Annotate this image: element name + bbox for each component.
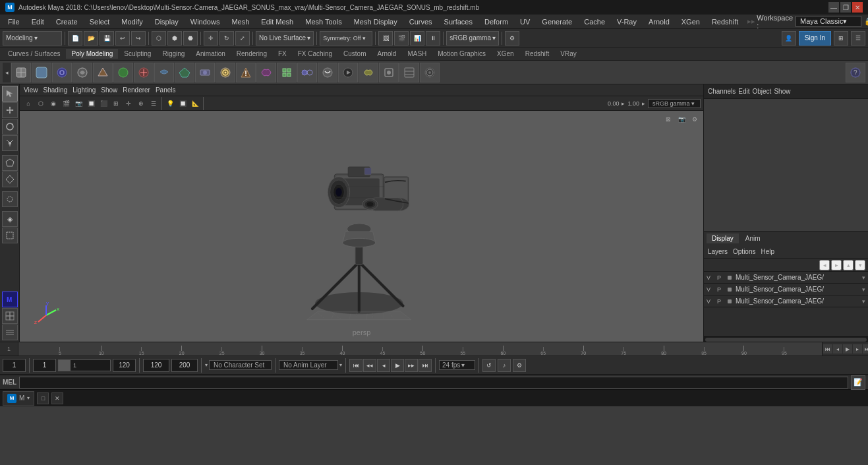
menu-create[interactable]: Create xyxy=(51,16,83,27)
object-tab[interactable]: Object xyxy=(753,88,772,95)
shelf-icon-3[interactable] xyxy=(52,63,72,82)
shelf-tab-xgen[interactable]: XGen xyxy=(492,49,519,59)
layer-down[interactable]: ▾ xyxy=(855,260,865,270)
polygon-btn[interactable] xyxy=(2,155,18,171)
vp-shadow[interactable]: 🔲 xyxy=(177,98,188,109)
srgb-dropdown[interactable]: sRGB gamma ▾ xyxy=(446,31,499,46)
layer-p-1[interactable]: P xyxy=(717,274,725,281)
renderer-menu[interactable]: Renderer xyxy=(123,86,150,94)
loop-btn[interactable]: ↺ xyxy=(482,359,496,372)
range-start-input[interactable] xyxy=(143,359,169,372)
taskbar-maya-app[interactable]: M M ▾ xyxy=(3,391,34,406)
diamond-btn[interactable] xyxy=(2,171,18,187)
menu-modify[interactable]: Modify xyxy=(116,16,148,27)
taskbar-minimize[interactable]: □ xyxy=(37,392,49,404)
vp-xform[interactable]: ⊕ xyxy=(135,98,147,109)
save-button[interactable]: 💾 xyxy=(100,31,114,46)
lasso-btn[interactable] xyxy=(2,191,18,207)
viewport-corner-buttons[interactable]: ⊠ 📷 ⚙ xyxy=(662,113,701,125)
viewport-options[interactable]: ⚙ xyxy=(689,113,701,125)
shelf-icon-10[interactable] xyxy=(195,63,215,82)
play-back-btn[interactable]: ◂ xyxy=(377,359,390,372)
grid-view-btn[interactable]: ⊞ xyxy=(834,31,848,46)
shelf-tab-fx[interactable]: FX xyxy=(273,49,292,59)
shelf-tab-fx-caching[interactable]: FX Caching xyxy=(293,49,337,59)
settings-btn[interactable]: ⚙ xyxy=(505,31,519,46)
anim-tab[interactable]: Anim xyxy=(740,233,766,243)
move-tool[interactable]: ✛ xyxy=(204,31,218,46)
shelf-tab-arnold[interactable]: Arnold xyxy=(372,49,401,59)
audio-btn[interactable]: ♪ xyxy=(498,359,511,372)
layer-row-3[interactable]: V P Multi_Sensor_Camera_JAEG/ ▾ xyxy=(704,295,868,307)
shelf-icon-1[interactable] xyxy=(11,63,31,82)
layer-back[interactable]: ◂ xyxy=(819,260,830,270)
layer-row-1[interactable]: V P Multi_Sensor_Camera_JAEG/ ▾ xyxy=(704,272,868,284)
play-fwd-btn[interactable]: ▶ xyxy=(391,359,404,372)
no-anim-layer[interactable]: No Anim Layer xyxy=(279,360,338,370)
menu-arnold[interactable]: Arnold xyxy=(643,16,675,27)
frame-start-input[interactable] xyxy=(33,359,56,372)
taskbar-close[interactable]: ✕ xyxy=(51,392,63,404)
timeline[interactable]: 1 5 10 15 20 25 30 35 40 45 50 55 60 65 … xyxy=(0,342,868,356)
menu-generate[interactable]: Generate xyxy=(536,16,577,27)
settings-pb-btn[interactable]: ⚙ xyxy=(513,359,526,372)
user-btn[interactable]: 👤 xyxy=(782,31,796,46)
vp-wireframe[interactable]: ⬡ xyxy=(35,98,47,109)
pause-btn[interactable]: ⏸ xyxy=(426,31,440,46)
goto-start-btn[interactable]: ⏮ xyxy=(349,359,362,372)
pb-next[interactable]: ▸ xyxy=(853,344,862,354)
view-menu[interactable]: View xyxy=(24,86,38,94)
menu-select[interactable]: Select xyxy=(84,16,115,27)
shelf-icon-2[interactable] xyxy=(32,63,51,82)
layer-v-2[interactable]: V xyxy=(707,286,714,293)
no-character-set[interactable]: No Character Set xyxy=(209,360,272,370)
step-back-btn[interactable]: ◂◂ xyxy=(363,359,376,372)
lasso-tool[interactable]: ⬢ xyxy=(167,31,182,46)
layer-row-2[interactable]: V P Multi_Sensor_Camera_JAEG/ ▾ xyxy=(704,284,868,295)
pb-prev[interactable]: ◂ xyxy=(833,344,842,354)
viewport-maximize[interactable]: ⊠ xyxy=(662,113,674,125)
goto-end-btn[interactable]: ⏭ xyxy=(419,359,432,372)
no-anim-dropdown[interactable]: No Anim Layer ▾ xyxy=(279,360,342,370)
vp-cam4[interactable]: ⬛ xyxy=(98,98,109,109)
fps-dropdown[interactable]: 24 fps ▾ xyxy=(439,360,475,370)
symmetry-dropdown[interactable]: Symmetry: Off ▾ xyxy=(320,31,372,46)
vp-grid[interactable]: ⊞ xyxy=(110,98,122,109)
title-bar-controls[interactable]: — ❐ ✕ xyxy=(828,2,863,13)
shelf-icon-19[interactable] xyxy=(379,63,399,82)
vp-lighting[interactable]: 💡 xyxy=(164,98,176,109)
frame-range-bar[interactable]: 1 xyxy=(58,359,111,371)
shelf-icon-11[interactable] xyxy=(216,63,235,82)
shelf-icon-20[interactable] xyxy=(399,63,419,82)
viewport-canvas[interactable]: persp x y z ⊠ 📷 ⚙ xyxy=(20,111,703,342)
layer-v-3[interactable]: V xyxy=(707,298,714,305)
redo-button[interactable]: ↪ xyxy=(131,31,146,46)
layer-v-1[interactable]: V xyxy=(707,274,714,281)
minimize-button[interactable]: — xyxy=(828,2,839,13)
layer-fwd[interactable]: ▸ xyxy=(831,260,842,270)
shelf-tab-sculpting[interactable]: Sculpting xyxy=(119,49,156,59)
shelf-icon-21[interactable] xyxy=(420,63,440,82)
shelf-icon-17[interactable] xyxy=(338,63,358,82)
layer-scrollbar[interactable] xyxy=(704,336,868,342)
box-select-btn[interactable] xyxy=(2,228,18,243)
menu-mesh-display[interactable]: Mesh Display xyxy=(349,16,403,27)
menu-uv[interactable]: UV xyxy=(515,16,535,27)
maximize-button[interactable]: ❐ xyxy=(840,2,851,13)
scale-tool[interactable]: ⤢ xyxy=(235,31,250,46)
pb-last[interactable]: ⏭ xyxy=(863,344,868,354)
menu-edit[interactable]: Edit xyxy=(26,16,49,27)
layer-up[interactable]: ▴ xyxy=(843,260,854,270)
menu-btn[interactable]: ☰ xyxy=(851,31,865,46)
edit-tab[interactable]: Edit xyxy=(738,88,749,95)
shelf-scroll-left[interactable]: ◂ xyxy=(3,63,11,82)
grid2-btn[interactable] xyxy=(2,325,18,340)
menu-surfaces[interactable]: Surfaces xyxy=(439,16,478,27)
vp-cam1[interactable]: 🎬 xyxy=(60,98,72,109)
render-btn1[interactable]: 🖼 xyxy=(378,31,393,46)
open-button[interactable]: 📂 xyxy=(84,31,98,46)
paint-tool[interactable]: ⬣ xyxy=(183,31,198,46)
shelf-tab-rigging[interactable]: Rigging xyxy=(157,49,190,59)
snap-btn[interactable]: ◈ xyxy=(2,211,18,227)
shelf-icon-14[interactable] xyxy=(277,63,297,82)
